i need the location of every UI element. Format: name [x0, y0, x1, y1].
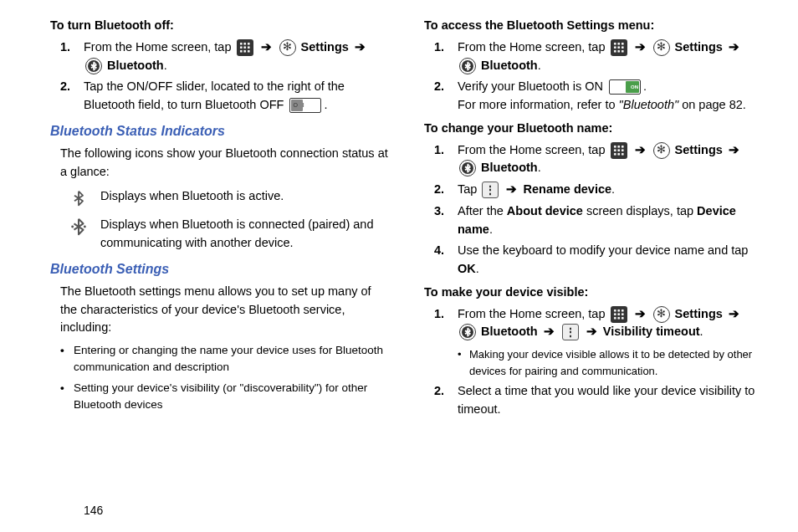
- turn-off-steps: 1. From the Home screen, tap ➔ Settings …: [50, 38, 391, 115]
- gear-icon: [653, 142, 670, 159]
- toggle-off-icon: [289, 98, 321, 113]
- menu-icon: [562, 324, 579, 340]
- arrow-icon: ➔: [261, 40, 272, 54]
- step-text: From the Home screen, tap ➔ Settings ➔ B…: [458, 38, 765, 75]
- step-text: From the Home screen, tap ➔ Settings ➔ B…: [458, 305, 765, 342]
- arrow-icon: ➔: [635, 40, 646, 54]
- bluetooth-icon: [459, 324, 476, 340]
- heading-make-visible: To make your device visible:: [424, 284, 765, 302]
- bullet-text: Entering or changing the name your devic…: [74, 342, 391, 376]
- step-number: 4.: [434, 242, 458, 260]
- step-number: 1.: [434, 38, 458, 57]
- bluetooth-paired-icon: [69, 216, 88, 238]
- arrow-icon: ➔: [729, 307, 739, 320]
- menu-icon: [482, 182, 499, 198]
- step-number: 2.: [434, 382, 458, 401]
- heading-bluetooth-settings: Bluetooth Settings: [50, 259, 391, 279]
- heading-access-menu: To access the Bluetooth Settings menu:: [424, 17, 765, 35]
- status-active-text: Displays when Bluetooth is active.: [100, 187, 284, 206]
- bluetooth-icon: [85, 58, 102, 74]
- gear-icon: [279, 39, 296, 56]
- step-text: Select a time that you would like your d…: [458, 382, 765, 419]
- step-number: 2.: [434, 78, 458, 96]
- settings-intro: The Bluetooth settings menu allows you t…: [60, 283, 391, 337]
- arrow-icon: ➔: [729, 143, 739, 156]
- arrow-icon: ➔: [586, 325, 597, 338]
- access-steps: 1. From the Home screen, tap ➔ Settings …: [424, 38, 765, 115]
- toggle-on-icon: [609, 79, 641, 95]
- gear-icon: [653, 306, 670, 323]
- status-row-active: Displays when Bluetooth is active.: [67, 187, 391, 209]
- apps-icon: [611, 39, 627, 56]
- apps-icon: [237, 39, 253, 56]
- step-text: From the Home screen, tap ➔ Settings ➔ B…: [458, 141, 765, 178]
- step-text: After the About device screen displays, …: [458, 202, 765, 239]
- status-row-paired: Displays when Bluetooth is connected (pa…: [67, 216, 391, 253]
- step-number: 2.: [434, 181, 458, 199]
- heading-change-name: To change your Bluetooth name:: [424, 120, 765, 138]
- heading-turn-off: To turn Bluetooth off:: [50, 17, 391, 35]
- reference-link: "Bluetooth": [619, 98, 679, 111]
- arrow-icon: ➔: [729, 40, 739, 54]
- left-column: To turn Bluetooth off: 1. From the Home …: [50, 17, 391, 494]
- visible-steps: 1. From the Home screen, tap ➔ Settings …: [424, 305, 765, 342]
- arrow-icon: ➔: [355, 40, 366, 54]
- settings-bullets: Entering or changing the name your devic…: [50, 342, 391, 413]
- step-text: Tap ➔ Rename device.: [458, 181, 765, 199]
- step-number: 1.: [434, 305, 458, 324]
- step-number: 1.: [60, 38, 84, 57]
- apps-icon: [611, 142, 627, 159]
- heading-status-indicators: Bluetooth Status Indicators: [50, 121, 391, 141]
- arrow-icon: ➔: [635, 307, 646, 320]
- bluetooth-icon: [459, 58, 476, 74]
- step-text: From the Home screen, tap ➔ Settings ➔ B…: [84, 38, 391, 75]
- arrow-icon: ➔: [544, 325, 555, 338]
- step-number: 1.: [434, 141, 458, 160]
- change-name-steps: 1. From the Home screen, tap ➔ Settings …: [424, 141, 765, 279]
- arrow-icon: ➔: [635, 143, 646, 156]
- bluetooth-active-icon: [69, 187, 88, 209]
- step-text: Use the keyboard to modify your device n…: [458, 242, 765, 279]
- step-text: Verify your Bluetooth is ON . For more i…: [458, 78, 765, 115]
- status-intro: The following icons show your Bluetooth …: [60, 145, 391, 182]
- arrow-icon: ➔: [506, 182, 517, 196]
- bullet-text: Setting your device's visibility (or "di…: [74, 380, 391, 414]
- gear-icon: [653, 39, 670, 56]
- right-column: To access the Bluetooth Settings menu: 1…: [424, 17, 765, 494]
- step-number: 2.: [60, 78, 84, 96]
- status-paired-text: Displays when Bluetooth is connected (pa…: [100, 216, 391, 253]
- step-number: 3.: [434, 202, 458, 221]
- visible-note: Making your device visible allows it to …: [458, 346, 765, 379]
- step-text: Tap the ON/OFF slider, located to the ri…: [84, 78, 391, 115]
- bluetooth-icon: [459, 160, 476, 176]
- visible-steps-2: 2. Select a time that you would like you…: [424, 382, 765, 419]
- apps-icon: [611, 306, 627, 323]
- page-number: 146: [84, 502, 765, 519]
